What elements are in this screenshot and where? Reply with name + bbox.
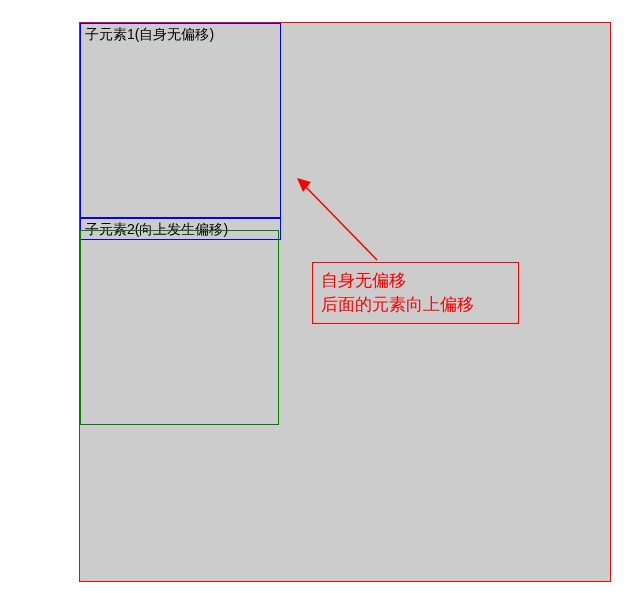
svg-line-0	[301, 182, 377, 260]
svg-marker-1	[297, 178, 311, 192]
annotation-box: 自身无偏移 后面的元素向上偏移	[312, 262, 519, 324]
child-element-1: 子元素1(自身无偏移)	[80, 23, 281, 218]
parent-container: 子元素1(自身无偏移) 子元素2(向上发生偏移) 自身无偏移 后面的元素向上偏移	[79, 22, 611, 582]
child-element-2-shifted-box	[80, 230, 279, 425]
annotation-line-1: 自身无偏移	[321, 269, 510, 293]
annotation-line-2: 后面的元素向上偏移	[321, 293, 510, 317]
child1-label: 子元素1(自身无偏移)	[81, 24, 280, 46]
annotation-arrow-icon	[287, 168, 397, 268]
